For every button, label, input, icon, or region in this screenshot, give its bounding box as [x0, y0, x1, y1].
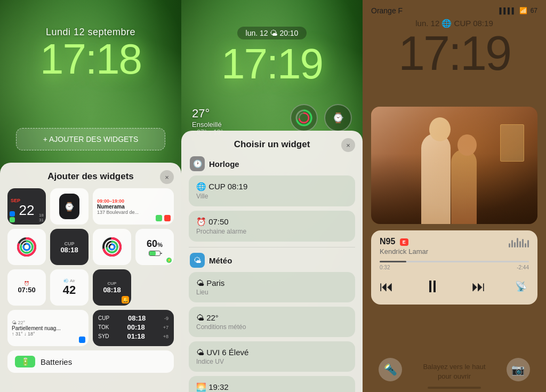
album-art-image [371, 107, 537, 224]
widget-cup-time2[interactable]: CUP 08:18 🔔 [93, 269, 131, 306]
widget-calendar[interactable]: SEP 22 1831 [7, 188, 46, 225]
status-icons: ▌▌▌▌ 📶 67 [499, 7, 537, 14]
batteries-widget[interactable]: 🔋 Batteries [7, 350, 174, 373]
camera-button[interactable]: 📷 [507, 358, 530, 381]
panel2-sheet-title: Choisir un widget [189, 139, 355, 150]
widget-option-conditions[interactable]: 🌤 22° Conditions météo [189, 307, 355, 337]
batteries-label: Batteries [41, 357, 72, 366]
widget-timezone[interactable]: CUP 08:18 -9 TOK 00:18 +7 SYD 01:18 +8 [93, 310, 174, 346]
panel-2: lun. 12 🌤 20:10 17:19 27° Ensoleillé ↑ 2… [181, 0, 363, 392]
np-progress[interactable]: 0:32 -2:44 [380, 261, 529, 270]
alarm-option-title: ⏰ 07:50 [196, 217, 348, 227]
swipe-up-hint: Balayez vers le haut pour ouvrir [423, 362, 485, 381]
panel3-time: 17:19 [363, 29, 546, 77]
clock-section-name: Horloge [209, 159, 239, 169]
widget-grid: SEP 22 1831 ⌚ 09:00–19:00 Numerama 137 B… [7, 188, 174, 346]
panel2-widget-ring[interactable] [290, 104, 318, 132]
np-progress-fill [380, 261, 406, 262]
widget-event[interactable]: 09:00–19:00 Numerama 137 Boulevard de... [93, 188, 174, 225]
wifi-icon: 📶 [519, 7, 527, 14]
panel-1: Lundi 12 septembre 17:18 + AJOUTER DES W… [0, 0, 181, 392]
flashlight-button[interactable]: 🔦 [379, 358, 402, 381]
meteo-section-name: Météo [209, 256, 232, 265]
panel1-close-button[interactable]: × [160, 170, 174, 184]
widget-weather[interactable]: 🌤 22° Partiellement nuag... ↑ 31° ↓ 18° [7, 310, 89, 346]
widget-activity2[interactable] [93, 229, 131, 265]
section-divider [189, 247, 355, 247]
panel2-widgets-right: ⌚ [290, 104, 352, 132]
section-header-clock: 🕐 Horloge [189, 156, 355, 171]
alarm-option-sub: Prochaine alarme [196, 228, 348, 235]
tz-city-cup: CUP [98, 315, 109, 321]
panel2-widget-stopwatch[interactable]: ⌚ [324, 104, 352, 132]
np-progress-bar[interactable] [380, 261, 529, 262]
panel2-widget-sheet: Choisir un widget × 🕐 Horloge 🌐 CUP 08:1… [181, 131, 363, 392]
sunrise-option-title: 🌅 19:32 [196, 382, 348, 392]
tz-city-syd: SYD [98, 333, 109, 339]
battery-indicator: 67 [531, 7, 537, 14]
home-indicator [428, 387, 481, 389]
np-waveform [509, 237, 529, 247]
widget-option-sunrise[interactable]: 🌅 19:32 Lever et coucher de soleil [189, 376, 355, 392]
uvi-option-sub: Indice UV [196, 358, 348, 365]
np-artist-name: Kendrick Lamar [380, 247, 428, 255]
meteo-section-icon: 🌤 [190, 253, 205, 268]
cup-option-title: 🌐 CUP 08:19 [196, 182, 348, 191]
panel1-sheet-title: Ajouter des widgets [7, 171, 174, 182]
event-name: Numerama [97, 204, 125, 210]
panel2-close-button[interactable]: × [341, 138, 355, 152]
add-widget-button[interactable]: + AJOUTER DES WIDGETS [16, 128, 165, 150]
widget-battery-percent[interactable]: 60% ⚡ [135, 229, 174, 265]
tz-diff-syd: +8 [163, 334, 168, 339]
now-playing-widget: N95 E Kendrick Lamar 0:32 [371, 230, 537, 305]
panel2-desc: Ensoleillé [192, 121, 223, 129]
widget-alarm[interactable]: ⏰ 07:50 [7, 269, 46, 306]
np-airplay-button[interactable]: 📡 [513, 278, 529, 294]
tz-time-tok: 00:18 [127, 323, 144, 331]
np-explicit-badge: E [400, 238, 408, 246]
cup-option-sub: Ville [196, 193, 348, 200]
conditions-option-sub: Conditions météo [196, 323, 348, 331]
widget-option-alarm[interactable]: ⏰ 07:50 Prochaine alarme [189, 211, 355, 242]
carrier-name: Orange F [371, 6, 403, 15]
uvi-option-title: 🌤 UVI 6 Élevé [196, 348, 348, 357]
np-time-elapsed: 0:32 [380, 265, 390, 270]
widget-option-paris[interactable]: 🌤 Paris Lieu [189, 272, 355, 302]
panel1-lock-screen: Lundi 12 septembre 17:18 [0, 0, 181, 91]
np-times: 0:32 -2:44 [380, 265, 529, 270]
paris-option-title: 🌤 Paris [196, 278, 348, 287]
conditions-option-title: 🌤 22° [196, 313, 348, 322]
widget-air-quality[interactable]: 💨 Air 42 [50, 269, 89, 306]
np-time-remaining: -2:44 [517, 265, 529, 270]
widget-option-cup[interactable]: 🌐 CUP 08:19 Ville [189, 175, 355, 206]
panel3-bottom-bar: 🔦 Balayez vers le haut pour ouvrir 📷 [363, 349, 546, 392]
tz-time-cup: 08:18 [128, 314, 146, 322]
panel2-time: 17:19 [192, 43, 352, 85]
widget-watch[interactable]: ⌚ [50, 188, 89, 225]
clock-section-icon: 🕐 [190, 156, 205, 171]
panel1-widget-sheet: Ajouter des widgets × SEP 22 1831 ⌚ [0, 163, 181, 392]
panel2-status-bar: lun. 12 🌤 20:10 [237, 27, 307, 39]
album-art [371, 107, 537, 224]
panel3-status-bar: Orange F ▌▌▌▌ 📶 67 [363, 0, 546, 15]
calendar-day: 22 [19, 203, 35, 217]
widget-cup-clock[interactable]: CUP 08:18 [50, 229, 89, 265]
signal-icon: ▌▌▌▌ [499, 7, 516, 14]
tz-city-tok: TOK [98, 324, 109, 330]
np-track-info: N95 E Kendrick Lamar [380, 237, 428, 255]
paris-option-sub: Lieu [196, 289, 348, 296]
np-header: N95 E Kendrick Lamar [380, 237, 529, 255]
np-controls: ⏮ ⏸ ⏭ 📡 [380, 275, 529, 298]
widget-activity-ring[interactable] [7, 229, 46, 265]
panel2-lock-screen: lun. 12 🌤 20:10 17:19 [181, 0, 363, 96]
panel-3: Orange F ▌▌▌▌ 📶 67 lun. 12 🌐 CUP 08:19 1… [363, 0, 546, 392]
np-forward-button[interactable]: ⏭ [472, 278, 486, 295]
section-header-meteo: 🌤 Météo [189, 253, 355, 268]
np-pause-button[interactable]: ⏸ [421, 275, 444, 298]
np-track-name: N95 E [380, 237, 428, 246]
tz-diff-tok: +7 [163, 325, 168, 330]
np-rewind-button[interactable]: ⏮ [380, 278, 394, 295]
tz-time-syd: 01:18 [127, 332, 145, 340]
widget-option-uvi[interactable]: 🌤 UVI 6 Élevé Indice UV [189, 341, 355, 372]
tz-diff-cup: -9 [164, 316, 168, 321]
